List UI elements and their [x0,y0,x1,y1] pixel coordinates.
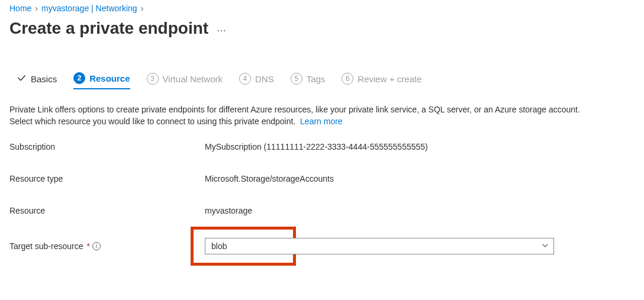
required-star-icon: * [87,241,90,251]
tab-label: DNS [255,74,274,84]
value-subscription: MySubscription (11111111-2222-3333-4444-… [205,142,428,151]
tab-label: Review + create [358,74,421,84]
row-resource: Resource myvastorage [9,206,635,215]
page-title: Create a private endpoint [9,19,208,38]
step-number-icon: 2 [73,72,85,84]
value-resource: myvastorage [205,206,252,215]
target-sub-resource-select[interactable]: blob [205,238,554,254]
info-icon[interactable]: i [92,242,101,250]
label-resource: Resource [9,206,205,215]
value-resource-type: Microsoft.Storage/storageAccounts [205,174,334,183]
tab-description: Private Link offers options to create pr… [9,104,601,128]
tab-resource[interactable]: 2 Resource [73,72,130,89]
tab-review-create[interactable]: 6 Review + create [342,73,421,89]
tab-dns[interactable]: 4 DNS [239,73,274,89]
more-icon[interactable]: ⋯ [217,21,227,36]
row-subscription: Subscription MySubscription (11111111-22… [9,142,635,151]
tab-label: Tags [307,74,326,84]
step-number-icon: 5 [291,73,302,85]
learn-more-link[interactable]: Learn more [300,117,343,126]
wizard-tabs: Basics 2 Resource 3 Virtual Network 4 DN… [9,72,635,89]
breadcrumb-networking[interactable]: myvastorage | Networking [41,4,137,13]
row-resource-type: Resource type Microsoft.Storage/storageA… [9,174,635,183]
tab-label: Resource [89,73,130,83]
tab-virtual-network[interactable]: 3 Virtual Network [147,73,223,89]
label-resource-type: Resource type [9,174,205,183]
tab-label: Basics [31,74,57,84]
tab-tags[interactable]: 5 Tags [291,73,326,89]
step-number-icon: 4 [239,73,251,85]
tab-basics[interactable]: Basics [17,73,57,89]
step-number-icon: 3 [147,73,159,85]
label-subscription: Subscription [9,142,205,151]
label-target-sub-resource: Target sub-resource * i [9,241,205,251]
chevron-right-icon: › [35,4,38,13]
chevron-right-icon: › [141,4,144,13]
breadcrumb: Home › myvastorage | Networking › [9,4,635,13]
description-text: Private Link offers options to create pr… [9,105,580,126]
select-value: blob [211,241,227,251]
page-title-row: Create a private endpoint ⋯ [9,19,635,38]
row-target-sub-resource: Target sub-resource * i blob [9,238,635,254]
chevron-down-icon [542,241,549,251]
tab-label: Virtual Network [163,74,223,84]
step-number-icon: 6 [342,73,353,85]
breadcrumb-home[interactable]: Home [9,4,31,13]
check-icon [17,73,27,85]
